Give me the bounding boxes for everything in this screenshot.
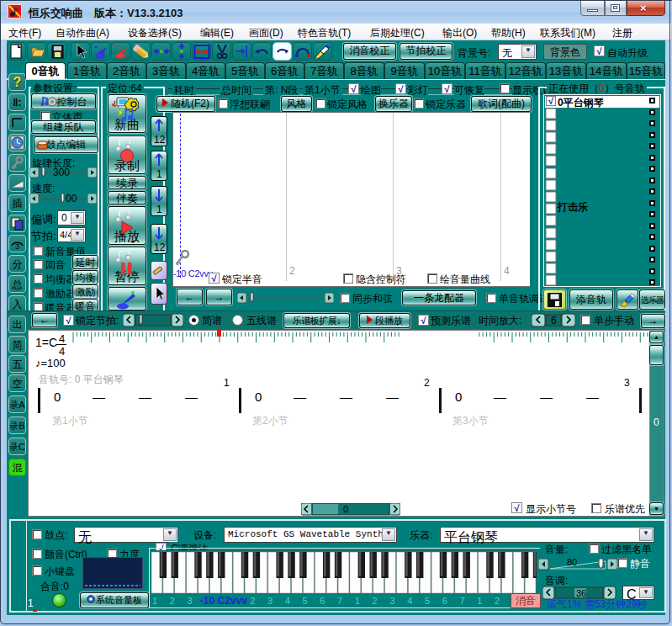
svg-text:3: 3 <box>15 242 19 251</box>
svg-text:1: 1 <box>156 168 162 180</box>
svg-text:80: 80 <box>567 557 577 567</box>
svg-text:12: 12 <box>154 134 166 146</box>
svg-text:6: 6 <box>551 315 557 326</box>
svg-text:0: 0 <box>343 504 348 514</box>
svg-text:12: 12 <box>154 241 166 253</box>
svg-text:1: 1 <box>156 204 162 215</box>
